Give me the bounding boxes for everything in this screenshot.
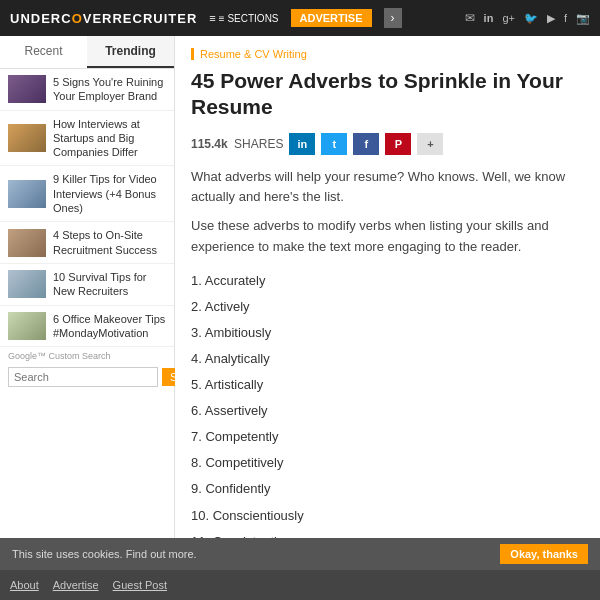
google-plus-icon[interactable]: g+ [502, 12, 515, 24]
sidebar-item-1[interactable]: How Interviews at Startups and Big Compa… [0, 111, 174, 167]
sections-button[interactable]: ≡ ≡ SECTIONS [209, 12, 278, 24]
list-item: 6. Assertively [191, 398, 584, 424]
tab-trending[interactable]: Trending [87, 36, 174, 68]
linkedin-share-button[interactable]: in [289, 133, 315, 155]
google-custom-search-label: Google™ Custom Search [0, 347, 174, 363]
pinterest-share-button[interactable]: P [385, 133, 411, 155]
shares-number: 115.4k [191, 137, 228, 151]
sidebar-items: 5 Signs You're Ruining Your Employer Bra… [0, 69, 174, 347]
social-icons: ✉ in g+ 🐦 ▶ f 📷 [465, 11, 590, 25]
sidebar-item-text-2: 9 Killer Tips for Video Interviews (+4 B… [53, 172, 166, 215]
search-bar: Search [0, 363, 174, 391]
footer-advertise-link[interactable]: Advertise [53, 579, 99, 591]
sidebar-item-text-3: 4 Steps to On-Site Recruitment Success [53, 228, 166, 257]
twitter-share-button[interactable]: t [321, 133, 347, 155]
tab-recent[interactable]: Recent [0, 36, 87, 68]
adverb-list: 1. Accurately2. Actively3. Ambitiously4.… [191, 268, 584, 570]
sidebar-item-4[interactable]: 10 Survival Tips for New Recruiters [0, 264, 174, 306]
list-item: 9. Confidently [191, 476, 584, 502]
facebook-share-button[interactable]: f [353, 133, 379, 155]
shares-label: SHARES [234, 137, 283, 151]
sidebar-thumb-3 [8, 229, 46, 257]
sidebar-tabs: Recent Trending [0, 36, 174, 69]
main-content: Resume & CV Writing 45 Power Adverbs to … [175, 36, 600, 570]
sidebar-item-text-0: 5 Signs You're Ruining Your Employer Bra… [53, 75, 166, 104]
sections-label: ≡ SECTIONS [219, 13, 279, 24]
logo: UNDERCOVERRECRUITER [10, 11, 197, 26]
list-item: 7. Competently [191, 424, 584, 450]
sidebar-thumb-0 [8, 75, 46, 103]
share-bar: 115.4k SHARES in t f P + [191, 133, 584, 155]
sidebar-item-5[interactable]: 6 Office Makeover Tips #MondayMotivation [0, 306, 174, 348]
sidebar-item-text-5: 6 Office Makeover Tips #MondayMotivation [53, 312, 166, 341]
cookie-accept-button[interactable]: Okay, thanks [500, 544, 588, 564]
share-count: 115.4k SHARES [191, 137, 283, 151]
header: UNDERCOVERRECRUITER ≡ ≡ SECTIONS ADVERTI… [0, 0, 600, 36]
sidebar-item-text-4: 10 Survival Tips for New Recruiters [53, 270, 166, 299]
footer: About Advertise Guest Post [0, 570, 600, 600]
category-label: Resume & CV Writing [191, 48, 584, 60]
sidebar-item-2[interactable]: 9 Killer Tips for Video Interviews (+4 B… [0, 166, 174, 222]
cookie-text: This site uses cookies. Find out more. [12, 548, 197, 560]
facebook-icon[interactable]: f [564, 12, 567, 24]
article-intro2: Use these adverbs to modify verbs when l… [191, 216, 584, 258]
sidebar-thumb-2 [8, 180, 46, 208]
sidebar-item-3[interactable]: 4 Steps to On-Site Recruitment Success [0, 222, 174, 264]
cookie-banner: This site uses cookies. Find out more. O… [0, 538, 600, 570]
article-intro: What adverbs will help your resume? Who … [191, 167, 584, 209]
sidebar-item-0[interactable]: 5 Signs You're Ruining Your Employer Bra… [0, 69, 174, 111]
sidebar: Recent Trending 5 Signs You're Ruining Y… [0, 36, 175, 570]
logo-highlight: O [72, 11, 83, 26]
footer-guest-post-link[interactable]: Guest Post [113, 579, 167, 591]
advertise-button[interactable]: ADVERTISE [291, 9, 372, 27]
youtube-icon[interactable]: ▶ [547, 12, 555, 25]
instagram-icon[interactable]: 📷 [576, 12, 590, 25]
sections-icon: ≡ [209, 12, 215, 24]
twitter-icon[interactable]: 🐦 [524, 12, 538, 25]
footer-about-link[interactable]: About [10, 579, 39, 591]
main-layout: Recent Trending 5 Signs You're Ruining Y… [0, 36, 600, 570]
sidebar-thumb-4 [8, 270, 46, 298]
list-item: 2. Actively [191, 294, 584, 320]
list-item: 4. Analytically [191, 346, 584, 372]
sidebar-thumb-5 [8, 312, 46, 340]
list-item: 8. Competitively [191, 450, 584, 476]
list-item: 5. Artistically [191, 372, 584, 398]
sidebar-thumb-1 [8, 124, 46, 152]
linkedin-icon[interactable]: in [484, 12, 494, 24]
search-input[interactable] [8, 367, 158, 387]
email-icon[interactable]: ✉ [465, 11, 475, 25]
sidebar-item-text-1: How Interviews at Startups and Big Compa… [53, 117, 166, 160]
list-item: 1. Accurately [191, 268, 584, 294]
list-item: 10. Conscientiously [191, 503, 584, 529]
more-share-button[interactable]: + [417, 133, 443, 155]
article-title: 45 Power Adverbs to Sprinkle in Your Res… [191, 68, 584, 121]
list-item: 3. Ambitiously [191, 320, 584, 346]
arrow-button[interactable]: › [384, 8, 402, 28]
